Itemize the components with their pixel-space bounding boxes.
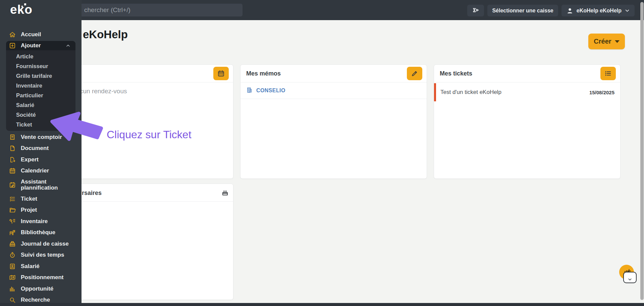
hourglass-play-icon [472, 7, 479, 14]
checklist-icon [9, 196, 16, 202]
create-button-label: Créer [594, 38, 611, 45]
file-icon [9, 145, 16, 152]
sidebar-item-expert[interactable]: Expert [0, 154, 82, 165]
library-icon [9, 229, 16, 236]
cash-register-icon [9, 241, 16, 247]
submenu-item-fournisseur[interactable]: Fournisseur [6, 61, 75, 71]
sidebar-item-calendrier[interactable]: Calendrier [0, 165, 82, 177]
tickets-card-title: Mes tickets [440, 70, 600, 77]
add-submenu-items: ArticleFournisseurGrille tarifaireInvent… [6, 50, 75, 131]
logo-dot [21, 6, 23, 7]
sidebar-item-biblioth-que[interactable]: Bibliothèque [0, 227, 82, 239]
topbar: Sélectionner une caisse eKoHelp eKoHelp [0, 0, 644, 20]
sidebar-item-vente-comptoir[interactable]: Vente comptoir [0, 132, 82, 143]
memos-card-title: Mes mémos [246, 70, 407, 77]
agenda-calendar-button[interactable] [213, 67, 229, 80]
sidebar-item-journal-de-caisse[interactable]: Journal de caisse [0, 238, 82, 250]
sidebar-item-label: Opportunité [21, 286, 53, 292]
submenu-item-soci-t-[interactable]: Société [6, 110, 75, 120]
tickets-card-header: Mes tickets [434, 65, 620, 83]
file-export-icon [9, 156, 16, 163]
main-content: eKoHelp Créer cun rendez-vous Mes mémos [0, 20, 644, 303]
calendar-icon [217, 70, 225, 77]
ticket-date: 15/08/2025 [589, 90, 614, 95]
plus-square-icon [9, 42, 16, 49]
vertical-scrollbar[interactable] [640, 2, 644, 300]
select-cash-register-button[interactable]: Sélectionner une caisse [487, 5, 558, 16]
scanner-icon [9, 218, 16, 225]
sidebar-item-label: Positionnement [21, 274, 64, 280]
sidebar-item-label: Journal de caisse [21, 241, 69, 247]
logo-dot [24, 3, 26, 5]
agenda-empty-text: cun rendez-vous [80, 88, 127, 95]
sidebar-item-assistant-plannification[interactable]: Assistant plannification [0, 176, 82, 193]
building-icon [246, 87, 254, 94]
sidebar-item-label: Suivi des temps [21, 252, 64, 258]
ticket-list-item[interactable]: Test d'un ticket eKoHelp 15/08/2025 [434, 83, 620, 102]
submenu-item-ticket[interactable]: Ticket [6, 120, 75, 130]
sidebar-item-label: Expert [21, 157, 39, 163]
memo-link[interactable]: CONSELIO [256, 88, 285, 94]
submenu-item-grille-tarifaire[interactable]: Grille tarifaire [6, 71, 75, 81]
cake-icon [221, 189, 229, 196]
ticket-label: Test d'un ticket eKoHelp [440, 89, 589, 96]
memos-card: Mes mémos CONSELIO [240, 64, 427, 179]
submenu-item-particulier[interactable]: Particulier [6, 91, 75, 100]
memos-card-header: Mes mémos [240, 65, 427, 83]
sidebar-item-projet[interactable]: Projet [0, 205, 82, 216]
search-input[interactable] [79, 4, 243, 16]
app-root: eKoHelp Créer cun rendez-vous Mes mémos [0, 0, 644, 306]
chevron-down-icon [625, 8, 630, 13]
create-button[interactable]: Créer [588, 34, 625, 49]
map-pin-icon [9, 274, 16, 281]
submenu-item-salari-[interactable]: Salarié [6, 100, 75, 110]
collapse-widget-button[interactable] [623, 272, 637, 283]
footer-bar [0, 303, 644, 306]
sidebar-item-label: Recherche [21, 297, 50, 303]
queue-button[interactable] [467, 5, 484, 16]
chevron-up-icon [65, 43, 71, 48]
sidebar-item-suivi-des-temps[interactable]: Suivi des temps [0, 250, 82, 261]
sidebar-item-document[interactable]: Document [0, 143, 82, 154]
receipt-icon [9, 134, 16, 141]
page-title: eKoHelp [83, 28, 128, 41]
user-menu[interactable]: eKoHelp eKoHelp [561, 5, 635, 16]
app-logo[interactable]: eko [10, 3, 33, 17]
submenu-item-article[interactable]: Article [6, 52, 75, 61]
topbar-right-group: Sélectionner une caisse eKoHelp eKoHelp [467, 5, 635, 16]
sidebar-item-accueil[interactable]: Accueil [0, 29, 82, 40]
sidebar-item-ajouter[interactable]: Ajouter [6, 41, 75, 50]
id-badge-icon [9, 263, 16, 270]
calendar-pen-icon [9, 182, 16, 188]
bar-chart-icon [9, 286, 16, 292]
memo-edit-button[interactable] [407, 67, 422, 80]
sidebar-item-label: Calendrier [21, 168, 49, 174]
stopwatch-icon [9, 252, 16, 258]
sidebar-item-inventaire[interactable]: Inventaire [0, 216, 82, 227]
house-icon [9, 31, 16, 38]
list-icon [604, 70, 612, 77]
tickets-list-button[interactable] [600, 67, 616, 80]
sidebar-nav: AccueilAjouterArticleFournisseurGrille t… [0, 29, 82, 306]
sidebar-item-positionnement[interactable]: Positionnement [0, 272, 82, 284]
person-icon [566, 7, 574, 14]
sidebar: eko AccueilAjouterArticleFournisseurGril… [0, 0, 82, 306]
sidebar-item-salari-[interactable]: Salarié [0, 261, 82, 272]
user-name: eKoHelp eKoHelp [577, 8, 622, 14]
sidebar-item-label: Document [21, 145, 49, 151]
sidebar-item-label: Assistant plannification [21, 179, 61, 191]
memo-list-item[interactable]: CONSELIO [240, 83, 427, 99]
birthdays-card-title: rsaires [82, 190, 102, 197]
tickets-card: Mes tickets Test d'un ticket eKoHelp 15/… [434, 64, 621, 179]
submenu-item-inventaire[interactable]: Inventaire [6, 81, 75, 91]
sidebar-item-ticket[interactable]: Ticket [0, 193, 82, 205]
magnifier-icon [9, 297, 16, 303]
add-submenu-panel: AjouterArticleFournisseurGrille tarifair… [6, 41, 75, 131]
sidebar-item-label: Ticket [21, 196, 37, 202]
sidebar-item-label: Inventaire [21, 218, 48, 224]
folder-open-icon [9, 207, 16, 213]
select-cash-register-label: Sélectionner une caisse [492, 8, 553, 14]
sidebar-item-opportunit-[interactable]: Opportunité [0, 283, 82, 295]
sidebar-item-label: Projet [21, 207, 37, 213]
caret-down-icon [615, 40, 620, 43]
